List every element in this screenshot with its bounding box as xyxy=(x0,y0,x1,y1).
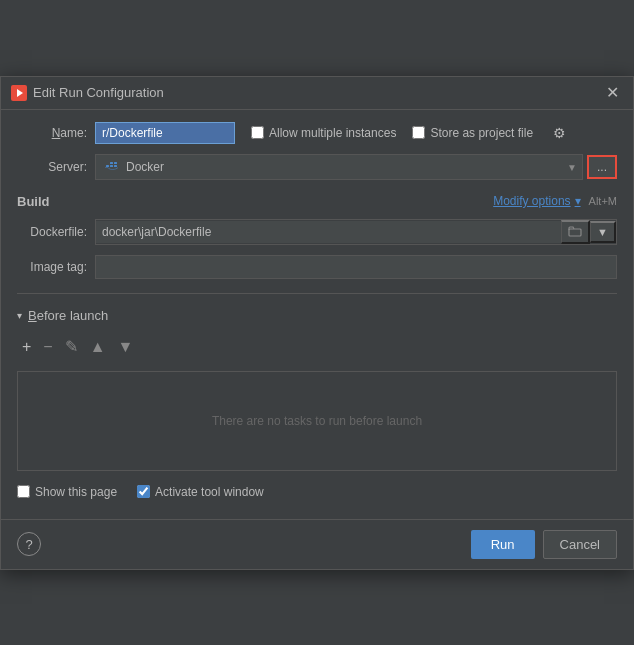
server-more-button[interactable]: ... xyxy=(587,155,617,179)
title-bar-left: Edit Run Configuration xyxy=(11,85,164,101)
build-section-title: Build xyxy=(17,194,50,209)
dialog-content: Name: Allow multiple instances Store as … xyxy=(1,110,633,511)
svg-rect-3 xyxy=(110,165,113,167)
activate-tool-label: Activate tool window xyxy=(155,485,264,499)
server-dropdown[interactable]: Docker ▼ xyxy=(95,154,583,180)
server-value: Docker xyxy=(126,160,164,174)
dockerfile-browse-button[interactable] xyxy=(561,220,590,244)
image-tag-row: Image tag: xyxy=(17,255,617,279)
dialog-footer: ? Run Cancel xyxy=(1,519,633,569)
server-label: Server: xyxy=(17,160,87,174)
checkbox-group: Allow multiple instances Store as projec… xyxy=(251,125,566,141)
footer-actions: Run Cancel xyxy=(471,530,617,559)
allow-multiple-checkbox-label[interactable]: Allow multiple instances xyxy=(251,126,396,140)
svg-rect-7 xyxy=(569,229,581,236)
dockerfile-dropdown-button[interactable]: ▼ xyxy=(590,221,616,243)
move-down-task-button[interactable]: ▼ xyxy=(113,337,139,357)
close-button[interactable]: ✕ xyxy=(602,83,623,103)
name-input[interactable] xyxy=(95,122,235,144)
svg-rect-4 xyxy=(110,162,113,164)
svg-rect-5 xyxy=(114,165,117,167)
svg-rect-2 xyxy=(106,165,109,167)
run-button[interactable]: Run xyxy=(471,530,535,559)
name-row: Name: Allow multiple instances Store as … xyxy=(17,122,617,144)
separator xyxy=(17,293,617,294)
dockerfile-input-wrapper: ▼ xyxy=(95,219,617,245)
server-row: Server: xyxy=(17,154,617,180)
modify-options-group: Modify options ▾ Alt+M xyxy=(493,194,617,208)
build-section-header: Build Modify options ▾ Alt+M xyxy=(17,194,617,209)
show-page-checkbox[interactable] xyxy=(17,485,30,498)
modify-options-link[interactable]: Modify options ▾ xyxy=(493,194,580,208)
svg-rect-6 xyxy=(114,162,117,164)
dockerfile-input[interactable] xyxy=(96,221,561,243)
dockerfile-row: Dockerfile: ▼ xyxy=(17,219,617,245)
name-label: Name: xyxy=(17,126,87,140)
store-as-project-checkbox[interactable] xyxy=(412,126,425,139)
image-tag-input[interactable] xyxy=(95,255,617,279)
collapse-icon: ▾ xyxy=(17,310,22,321)
store-as-project-label: Store as project file xyxy=(430,126,533,140)
move-up-task-button[interactable]: ▲ xyxy=(85,337,111,357)
before-launch-toolbar: + − ✎ ▲ ▼ xyxy=(17,333,617,361)
help-button[interactable]: ? xyxy=(17,532,41,556)
remove-task-button[interactable]: − xyxy=(38,337,57,357)
activate-tool-checkbox[interactable] xyxy=(137,485,150,498)
modify-options-shortcut: Alt+M xyxy=(589,195,617,207)
store-as-project-checkbox-label[interactable]: Store as project file xyxy=(412,126,533,140)
before-launch-label: Before launch xyxy=(28,308,108,323)
dropdown-arrow-icon: ▼ xyxy=(567,161,577,172)
edit-task-button[interactable]: ✎ xyxy=(60,337,83,357)
cancel-button[interactable]: Cancel xyxy=(543,530,617,559)
gear-icon[interactable]: ⚙ xyxy=(553,125,566,141)
edit-run-configuration-dialog: Edit Run Configuration ✕ Name: Allow mul… xyxy=(0,76,634,570)
bottom-checkboxes: Show this page Activate tool window xyxy=(17,485,617,499)
docker-icon xyxy=(104,159,120,175)
dockerfile-label: Dockerfile: xyxy=(17,225,87,239)
show-page-checkbox-label[interactable]: Show this page xyxy=(17,485,117,499)
modify-options-label: Modify options xyxy=(493,194,570,208)
title-bar: Edit Run Configuration ✕ xyxy=(1,77,633,110)
before-launch-header[interactable]: ▾ Before launch xyxy=(17,308,617,323)
server-dropdown-container: Docker ▼ xyxy=(95,154,583,180)
image-tag-label: Image tag: xyxy=(17,260,87,274)
activate-tool-checkbox-label[interactable]: Activate tool window xyxy=(137,485,264,499)
show-page-label: Show this page xyxy=(35,485,117,499)
no-tasks-text: There are no tasks to run before launch xyxy=(212,414,422,428)
chevron-down-icon: ▾ xyxy=(575,194,581,208)
allow-multiple-checkbox[interactable] xyxy=(251,126,264,139)
allow-multiple-label: Allow multiple instances xyxy=(269,126,396,140)
dialog-title: Edit Run Configuration xyxy=(33,85,164,100)
dialog-icon xyxy=(11,85,27,101)
server-select-wrapper: Docker ▼ ... xyxy=(95,154,617,180)
add-task-button[interactable]: + xyxy=(17,337,36,357)
before-launch-area: There are no tasks to run before launch xyxy=(17,371,617,471)
